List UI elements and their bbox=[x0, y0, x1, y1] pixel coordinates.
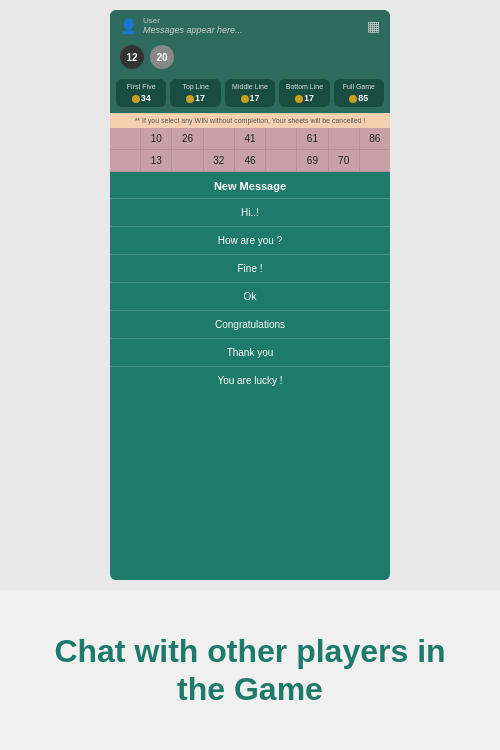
message-item-congratulations[interactable]: Congratulations bbox=[110, 311, 390, 339]
grid-cell: 32 bbox=[204, 150, 235, 171]
score-full-game: 85 bbox=[339, 93, 379, 103]
grid-cell: 70 bbox=[329, 150, 360, 171]
score-top-line: 17 bbox=[175, 93, 215, 103]
coin-icon-3 bbox=[241, 95, 249, 103]
message-list-header: New Message bbox=[110, 172, 390, 199]
grid-cell: 10 bbox=[141, 128, 172, 149]
message-item-ok[interactable]: Ok bbox=[110, 283, 390, 311]
coin-icon-4 bbox=[295, 95, 303, 103]
grid-cell: 41 bbox=[235, 128, 266, 149]
badge-12[interactable]: 12 bbox=[120, 45, 144, 69]
coin-icon-2 bbox=[186, 95, 194, 103]
phone-frame: 👤 User Messages appear here... ▦ 12 20 F… bbox=[0, 0, 500, 590]
score-tab-first-five[interactable]: First Five 34 bbox=[116, 79, 166, 107]
grid-cell bbox=[266, 150, 297, 171]
score-tab-top-line[interactable]: Top Line 17 bbox=[170, 79, 220, 107]
promo-section: Chat with other players in the Game bbox=[0, 590, 500, 750]
message-list: New Message Hi..! How are you ? Fine ! O… bbox=[110, 172, 390, 580]
top-bar-user: User Messages appear here... bbox=[143, 16, 243, 35]
message-item-fine[interactable]: Fine ! bbox=[110, 255, 390, 283]
grid-cell: 61 bbox=[297, 128, 328, 149]
message-item-lucky[interactable]: You are lucky ! bbox=[110, 367, 390, 394]
message-placeholder: Messages appear here... bbox=[143, 25, 243, 35]
badge-20[interactable]: 20 bbox=[150, 45, 174, 69]
score-middle-line: 17 bbox=[230, 93, 270, 103]
score-tab-middle-line[interactable]: Middle Line 17 bbox=[225, 79, 275, 107]
grid-cell: 13 bbox=[141, 150, 172, 171]
top-bar: 👤 User Messages appear here... ▦ bbox=[110, 10, 390, 41]
score-tab-full-game[interactable]: Full Game 85 bbox=[334, 79, 384, 107]
grid-cell: 46 bbox=[235, 150, 266, 171]
grid-cell bbox=[110, 128, 141, 149]
grid-row-2: 13 32 46 69 70 bbox=[110, 150, 390, 172]
message-item-thank-you[interactable]: Thank you bbox=[110, 339, 390, 367]
number-badges: 12 20 bbox=[110, 41, 390, 75]
grid-cell bbox=[360, 150, 390, 171]
phone-screen: 👤 User Messages appear here... ▦ 12 20 F… bbox=[110, 10, 390, 580]
grid-cell bbox=[266, 128, 297, 149]
grid-cell bbox=[110, 150, 141, 171]
chat-icon[interactable]: ▦ bbox=[367, 18, 380, 34]
message-item-hi[interactable]: Hi..! bbox=[110, 199, 390, 227]
message-item-how-are-you[interactable]: How are you ? bbox=[110, 227, 390, 255]
grid-cell: 26 bbox=[172, 128, 203, 149]
score-tabs: First Five 34 Top Line 17 Middle Line 17… bbox=[110, 75, 390, 113]
warning-text: ** If you select any WIN without complet… bbox=[110, 113, 390, 128]
coin-icon-5 bbox=[349, 95, 357, 103]
promo-text: Chat with other players in the Game bbox=[30, 632, 470, 709]
score-bottom-line: 17 bbox=[284, 93, 324, 103]
grid-cell bbox=[172, 150, 203, 171]
grid-cell bbox=[329, 128, 360, 149]
grid-cell: 69 bbox=[297, 150, 328, 171]
grid-cell bbox=[204, 128, 235, 149]
grid-cell: 86 bbox=[360, 128, 390, 149]
score-first-five: 34 bbox=[121, 93, 161, 103]
coin-icon-1 bbox=[132, 95, 140, 103]
number-grid: 10 26 41 61 86 13 32 46 69 70 bbox=[110, 128, 390, 172]
user-icon: 👤 bbox=[120, 18, 137, 34]
grid-row-1: 10 26 41 61 86 bbox=[110, 128, 390, 150]
score-tab-bottom-line[interactable]: Bottom Line 17 bbox=[279, 79, 329, 107]
user-label: User bbox=[143, 16, 160, 25]
